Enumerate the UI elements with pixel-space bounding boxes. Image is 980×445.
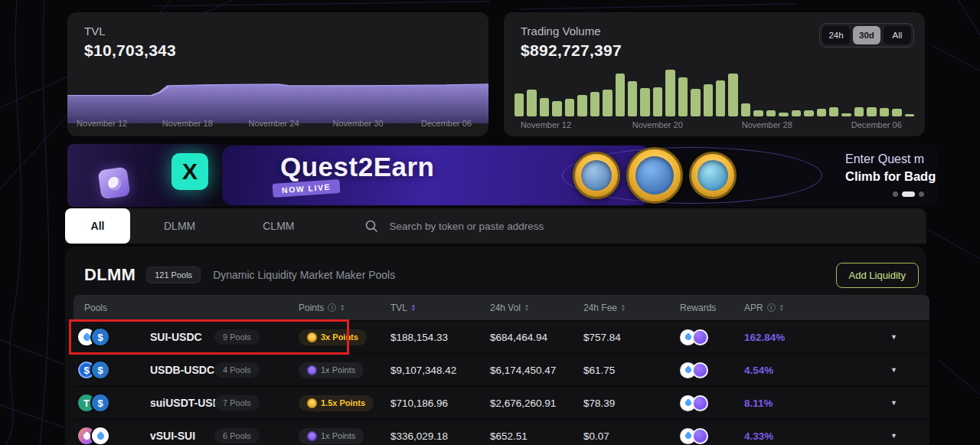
pool-cell: USDB-USDC	[74, 360, 211, 380]
token-icon-2	[90, 426, 110, 445]
volume-card-title: Trading Volume	[521, 25, 601, 38]
header-24h-fee[interactable]: 24h Fee ▲▼	[580, 303, 677, 313]
pools-count-pill: 9 Pools	[214, 329, 260, 345]
carousel-dot[interactable]	[893, 191, 898, 197]
table-row[interactable]: SUI-USDC 9 Pools 3x Points $188,154.33 $…	[74, 320, 929, 353]
volume-bar	[552, 101, 561, 116]
quest-banner[interactable]: X Quest2Earn NOW LIVE Enter Quest m Clim…	[67, 144, 937, 207]
header-24h-vol[interactable]: 24h Vol ▲▼	[487, 303, 580, 313]
expand-chevron-icon[interactable]	[818, 333, 929, 341]
pool-24h-fee: $0.07	[580, 430, 677, 442]
volume-bar	[779, 113, 788, 116]
tab-all[interactable]: All	[65, 208, 130, 244]
points-badge: 1.5x Points	[299, 395, 374, 411]
pool-apr: 162.84%	[741, 332, 818, 343]
volume-bar	[640, 88, 649, 116]
pools-count-pill: 7 Pools	[214, 395, 260, 411]
points-label: 1x Points	[321, 431, 355, 440]
volume-bar	[741, 103, 750, 116]
x-axis-label: November 20	[632, 120, 683, 129]
dolphin-badge-icon	[689, 152, 737, 199]
points-label: 1x Points	[321, 365, 355, 375]
volume-x-axis-labels: November 12November 20November 28Decembe…	[504, 120, 925, 131]
tab-clmm[interactable]: CLMM	[229, 208, 328, 244]
expand-chevron-icon[interactable]	[818, 399, 929, 407]
sort-icons[interactable]: ▲▼	[340, 304, 345, 312]
pool-tvl: $188,154.33	[387, 332, 487, 343]
token-icon-2	[90, 360, 110, 380]
tab-dlmm[interactable]: DLMM	[130, 208, 229, 244]
range-button-24h[interactable]: 24h	[822, 26, 850, 44]
volume-bar	[603, 90, 612, 116]
pool-rewards	[677, 395, 741, 411]
volume-bar	[880, 108, 889, 116]
header-points[interactable]: Points ▲▼	[296, 303, 387, 313]
pool-tvl: $9,107,348.42	[387, 365, 487, 376]
volume-bar	[653, 87, 662, 116]
points-badge: 3x Points	[299, 329, 367, 345]
volume-bar	[678, 77, 688, 116]
pool-rewards	[677, 362, 741, 378]
reward-token-icon	[692, 428, 708, 444]
pool-24h-volume: $6,174,450.47	[487, 365, 580, 376]
coin-icon	[307, 431, 317, 441]
sort-icons[interactable]: ▲▼	[524, 304, 529, 312]
banner-cta-text: Enter Quest m Climb for Badg	[845, 152, 936, 184]
pool-24h-fee: $61.75	[580, 365, 677, 376]
points-badge: 1x Points	[299, 362, 364, 378]
volume-bar	[792, 110, 801, 116]
info-icon[interactable]	[767, 303, 776, 312]
search-bar	[364, 219, 926, 233]
table-row[interactable]: suiUSDT-USDC 7 Pools 1.5x Points $710,18…	[74, 386, 929, 419]
search-input[interactable]	[389, 221, 710, 232]
table-row[interactable]: vSUI-SUI 6 Pools 1x Points $336,029.18 $…	[74, 419, 929, 445]
volume-bar	[841, 113, 851, 116]
tvl-x-axis-labels: November 12November 18November 24Novembe…	[67, 119, 488, 129]
range-button-all[interactable]: All	[884, 26, 911, 44]
cta-line-2: Climb for Badg	[845, 169, 936, 184]
volume-bar	[728, 74, 737, 116]
info-icon[interactable]	[328, 303, 336, 312]
expand-chevron-icon[interactable]	[818, 432, 929, 440]
header-apr[interactable]: APR ▲▼	[741, 303, 818, 313]
app-coin-icon	[98, 167, 131, 200]
x-axis-label: November 24	[249, 119, 299, 128]
range-button-30d[interactable]: 30d	[853, 26, 880, 44]
quest-banner-title: Quest2Earn	[280, 152, 434, 182]
pool-24h-volume: $2,676,260.91	[487, 398, 580, 409]
x-axis-label: December 06	[851, 120, 902, 129]
search-icon	[364, 219, 378, 233]
pool-24h-volume: $684,464.94	[487, 332, 580, 343]
pool-name: vSUI-SUI	[150, 430, 195, 442]
sort-icons-active[interactable]: ▲▼	[411, 304, 416, 312]
header-pools[interactable]: Pools	[74, 303, 211, 313]
pool-rewards	[677, 428, 741, 444]
pools-count-pill: 4 Pools	[214, 362, 260, 378]
pools-table: Pools Points ▲▼ TVL ▲▼ 24h Vol ▲▼ 24h Fe…	[74, 295, 929, 445]
sort-icons[interactable]: ▲▼	[621, 304, 626, 312]
pool-apr: 4.33%	[741, 430, 818, 442]
section-subtitle: Dynamic Liquidity Market Maker Pools	[213, 269, 395, 281]
volume-bar	[716, 80, 725, 116]
expand-chevron-icon[interactable]	[818, 366, 929, 374]
add-liquidity-button[interactable]: Add Liquidity	[836, 263, 919, 288]
coin-icon	[307, 332, 317, 342]
sort-icons[interactable]: ▲▼	[779, 304, 784, 312]
pool-cell: vSUI-SUI	[74, 426, 211, 445]
volume-bar	[691, 89, 700, 116]
table-row[interactable]: USDB-USDC 4 Pools 1x Points $9,107,348.4…	[74, 353, 929, 386]
coin-icon	[307, 398, 317, 408]
whale-badge-icon	[626, 147, 683, 204]
shark-badge-icon	[573, 152, 620, 199]
quest-badges	[573, 144, 737, 207]
pool-name: USDB-USDC	[150, 364, 214, 376]
carousel-dot[interactable]	[919, 191, 924, 197]
table-body: SUI-USDC 9 Pools 3x Points $188,154.33 $…	[74, 320, 929, 445]
token-icon-2	[90, 393, 110, 413]
header-rewards: Rewards	[677, 303, 741, 313]
carousel-dot-active[interactable]	[902, 191, 915, 197]
tvl-card-value: $10,703,343	[84, 41, 176, 60]
header-tvl[interactable]: TVL ▲▼	[387, 303, 487, 313]
carousel-dots[interactable]	[893, 191, 924, 197]
pool-24h-volume: $652.51	[487, 430, 580, 442]
